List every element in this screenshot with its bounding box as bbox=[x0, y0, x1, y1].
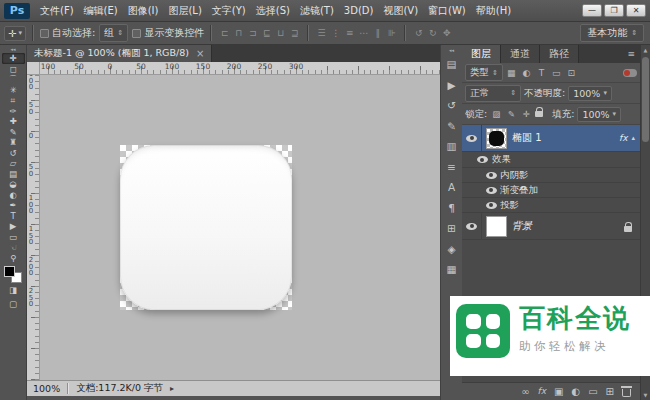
menu-image[interactable]: 图像(I) bbox=[123, 0, 164, 22]
align-top-icon[interactable]: ⊓ bbox=[232, 28, 245, 38]
auto-select-checkbox[interactable]: 自动选择: bbox=[40, 26, 95, 40]
visibility-cell[interactable] bbox=[462, 125, 482, 151]
distribute-right-icon[interactable]: ⊪ bbox=[385, 28, 398, 38]
add-layer-mask-icon[interactable]: ▣ bbox=[554, 387, 563, 397]
align-right-icon[interactable]: ⊐ bbox=[246, 28, 259, 38]
effects-header-row[interactable]: 效果 bbox=[462, 152, 640, 168]
3d-rotate-icon[interactable]: ↺ bbox=[412, 28, 425, 38]
eye-icon[interactable] bbox=[486, 172, 497, 179]
workspace-switcher[interactable]: 基本功能 ⇕ bbox=[580, 24, 644, 42]
eye-icon[interactable] bbox=[486, 187, 497, 194]
tool-eraser[interactable]: ▱ bbox=[2, 158, 25, 169]
tool-blur[interactable]: ◒ bbox=[2, 179, 25, 190]
opacity-field[interactable]: 100% ▾ bbox=[568, 86, 612, 101]
tool-brush[interactable]: ✎ bbox=[2, 127, 25, 138]
scrollbar-thumb[interactable] bbox=[642, 57, 649, 142]
fill-field[interactable]: 100% ▾ bbox=[577, 107, 621, 122]
panel-icon-adjustments[interactable]: ▤ bbox=[442, 54, 462, 75]
lock-all-icon[interactable] bbox=[535, 111, 543, 117]
layer-name[interactable]: 椭圆 1 bbox=[512, 131, 542, 145]
panel-icon-layer-comps[interactable]: ⊞ bbox=[442, 218, 462, 239]
tool-healing-brush[interactable]: ✚ bbox=[2, 116, 25, 127]
tool-gradient[interactable]: ▤ bbox=[2, 169, 25, 180]
filter-smart-objects-icon[interactable]: ⊡ bbox=[565, 68, 578, 78]
filter-shape-layers-icon[interactable]: ▭ bbox=[550, 68, 563, 78]
panel-icon-info[interactable]: ◈ bbox=[442, 239, 462, 260]
new-layer-icon[interactable]: ⊞ bbox=[606, 387, 614, 397]
new-adjustment-layer-icon[interactable]: ◐ bbox=[571, 387, 580, 397]
panel-icon-brush-presets[interactable]: ✎ bbox=[442, 116, 462, 137]
tool-marquee[interactable]: ◻ bbox=[2, 64, 25, 75]
lock-transparency-icon[interactable]: ▨ bbox=[490, 109, 502, 119]
dock-expand-icon[interactable]: ◂◂ bbox=[449, 46, 454, 54]
effect-gradient-overlay[interactable]: 渐变叠加 bbox=[462, 183, 640, 198]
distribute-center-icon[interactable]: ∥ bbox=[371, 28, 384, 38]
document-tab[interactable]: 未标题-1 @ 100% (椭圆 1, RGB/8) × bbox=[27, 45, 212, 62]
quick-mask-button[interactable]: ◨ bbox=[2, 284, 25, 297]
tab-close-icon[interactable]: × bbox=[196, 48, 204, 59]
delete-layer-icon[interactable] bbox=[622, 389, 631, 397]
layer-thumbnail[interactable] bbox=[486, 216, 507, 237]
panel-icon-actions[interactable]: ▶ bbox=[442, 75, 462, 96]
layer-filter-dropdown[interactable]: 类型 ⇕ bbox=[465, 64, 503, 81]
3d-roll-icon[interactable]: ↻ bbox=[426, 28, 439, 38]
maximize-button[interactable]: ❐ bbox=[604, 4, 624, 17]
lock-position-icon[interactable]: ✛ bbox=[520, 109, 532, 119]
foreground-color-swatch[interactable] bbox=[4, 266, 15, 277]
status-options-arrow[interactable]: ▸ bbox=[170, 384, 174, 393]
blend-mode-select[interactable]: 正常 ⇕ bbox=[465, 85, 521, 102]
eye-icon[interactable] bbox=[466, 135, 477, 142]
distribute-bottom-icon[interactable]: ≡ bbox=[343, 28, 356, 38]
scroll-down-arrow[interactable]: ▼ bbox=[641, 390, 650, 400]
menu-view[interactable]: 视图(V) bbox=[378, 0, 423, 22]
tool-dodge[interactable]: ◐ bbox=[2, 190, 25, 201]
layer-filter-toggle[interactable] bbox=[623, 69, 637, 77]
panel-icon-character[interactable]: A bbox=[442, 177, 462, 198]
tool-pen[interactable]: ✒ bbox=[2, 200, 25, 211]
tool-preset-dropdown[interactable]: ✛ ▾ bbox=[4, 26, 26, 41]
layer-row-background[interactable]: 背景 bbox=[462, 213, 640, 240]
menu-select[interactable]: 选择(S) bbox=[251, 0, 295, 22]
visibility-cell[interactable] bbox=[472, 152, 492, 167]
menu-3d[interactable]: 3D(D) bbox=[339, 0, 379, 22]
zoom-level-field[interactable]: 100% bbox=[33, 383, 60, 394]
visibility-cell[interactable] bbox=[482, 183, 500, 197]
menu-help[interactable]: 帮助(H) bbox=[471, 0, 516, 22]
tool-clone-stamp[interactable]: ♜ bbox=[2, 137, 25, 148]
link-layers-icon[interactable]: ∞ bbox=[521, 387, 529, 397]
align-bottom-icon[interactable]: ⊑ bbox=[260, 28, 273, 38]
tab-layers[interactable]: 图层 bbox=[462, 45, 501, 63]
filter-adjustment-layers-icon[interactable]: ◐ bbox=[520, 68, 533, 78]
tab-channels[interactable]: 通道 bbox=[501, 45, 540, 63]
menu-edit[interactable]: 编辑(E) bbox=[79, 0, 123, 22]
menu-filter[interactable]: 滤镜(T) bbox=[295, 0, 339, 22]
effects-collapse-icon[interactable]: ▴ bbox=[631, 134, 635, 142]
canvas[interactable] bbox=[40, 75, 440, 380]
distribute-middle-icon[interactable]: ⋮ bbox=[329, 28, 342, 38]
layer-thumbnail[interactable] bbox=[486, 128, 507, 149]
tool-lasso[interactable]: ⌒ bbox=[2, 74, 25, 85]
menu-window[interactable]: 窗口(W) bbox=[423, 0, 471, 22]
add-layer-style-icon[interactable]: fx bbox=[537, 387, 546, 396]
align-center-icon[interactable]: ⊒ bbox=[288, 28, 301, 38]
tool-history-brush[interactable]: ↺ bbox=[2, 148, 25, 159]
panel-icon-styles[interactable]: ≡ bbox=[442, 157, 462, 178]
menu-type[interactable]: 文字(Y) bbox=[207, 0, 251, 22]
panel-icon-history[interactable]: ↺ bbox=[442, 95, 462, 116]
tool-hand[interactable]: ☜ bbox=[2, 242, 25, 253]
eye-icon[interactable] bbox=[477, 156, 488, 163]
auto-select-target-dropdown[interactable]: 组 ⇕ bbox=[99, 24, 128, 42]
tool-eyedropper[interactable]: ✑ bbox=[2, 106, 25, 117]
panel-icon-clone-source[interactable]: ▥ bbox=[442, 136, 462, 157]
new-group-icon[interactable]: ▭ bbox=[588, 387, 597, 397]
visibility-cell[interactable] bbox=[462, 213, 482, 239]
color-swatches[interactable] bbox=[4, 266, 22, 283]
effect-inner-shadow[interactable]: 内阴影 bbox=[462, 168, 640, 183]
layer-name[interactable]: 背景 bbox=[512, 219, 532, 233]
filter-pixel-layers-icon[interactable]: ▦ bbox=[505, 68, 518, 78]
toolbox-collapse-icon[interactable]: ◂◂ bbox=[10, 46, 15, 53]
filter-type-layers-icon[interactable]: T bbox=[535, 68, 548, 78]
tool-move[interactable]: ✛ bbox=[2, 53, 25, 64]
panel-icon-swatches[interactable]: ▦ bbox=[442, 259, 462, 280]
lock-pixels-icon[interactable]: ✎ bbox=[505, 109, 517, 119]
